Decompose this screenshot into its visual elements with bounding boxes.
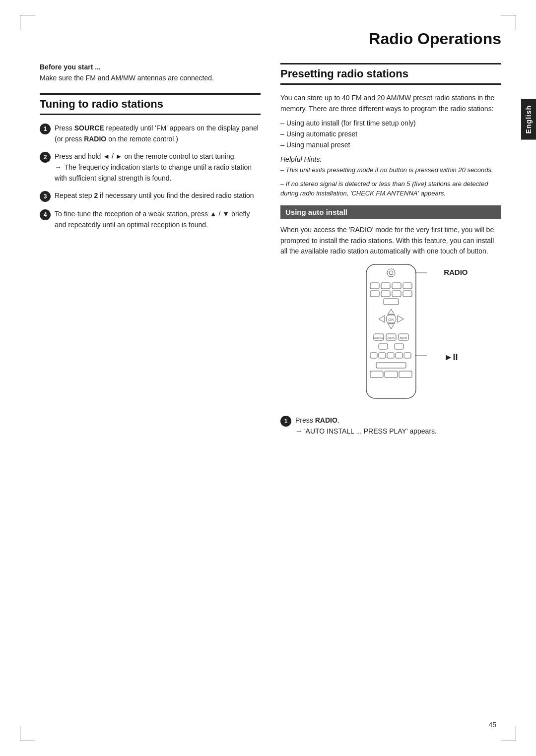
svg-rect-30 — [404, 353, 411, 358]
step-number-4: 4 — [40, 209, 51, 220]
presetting-method-1: Using auto install (for first time setup… — [280, 118, 501, 129]
svg-rect-11 — [384, 299, 399, 305]
svg-rect-24 — [379, 344, 388, 349]
corner-mark-bl — [20, 726, 35, 741]
presetting-intro: You can store up to 40 FM and 20 AM/MW p… — [280, 93, 501, 114]
helpful-hint-1: – This unit exits presetting mode if no … — [280, 165, 501, 175]
svg-rect-25 — [395, 344, 403, 349]
svg-text:AUDIO: AUDIO — [387, 336, 395, 339]
svg-rect-5 — [392, 283, 401, 289]
presetting-method-3: Using manual preset — [280, 140, 501, 151]
before-start-text: Make sure the FM and AM/MW antennas are … — [40, 73, 261, 83]
radio-callout-label: RADIO — [444, 268, 468, 276]
corner-mark-tl — [20, 15, 35, 30]
svg-rect-32 — [370, 371, 383, 378]
before-start-section: Before you start ... Make sure the FM an… — [40, 63, 261, 83]
tuning-section-title: Tuning to radio stations — [40, 98, 261, 111]
helpful-hints-section: Helpful Hints: – This unit exits presett… — [280, 155, 501, 198]
step-number-2: 2 — [40, 152, 51, 163]
svg-rect-31 — [376, 363, 406, 368]
svg-rect-26 — [370, 353, 377, 358]
helpful-hint-2: – If no stereo signal is detected or les… — [280, 179, 501, 198]
step-text-3: Repeat step 2 if necessary until you fin… — [55, 190, 261, 201]
step-number-1: 1 — [40, 124, 51, 134]
page-title: Radio Operations — [40, 30, 501, 48]
remote-control-image: OK SOURCE AUDIO MENU — [351, 262, 431, 406]
auto-install-intro: When you access the 'RADIO' mode for the… — [280, 225, 501, 257]
svg-rect-6 — [403, 283, 412, 289]
remote-illustration: OK SOURCE AUDIO MENU — [280, 262, 501, 407]
svg-rect-3 — [370, 283, 379, 289]
content-columns: Before you start ... Make sure the FM an… — [40, 63, 501, 437]
step-number-3: 3 — [40, 191, 51, 202]
presetting-section-header: Presetting radio stations — [280, 63, 501, 85]
svg-rect-4 — [381, 283, 390, 289]
step-text-2: Press and hold ◄ / ► on the remote contr… — [55, 151, 261, 184]
play-pause-callout-label: ►II — [444, 352, 458, 363]
tuning-step-3: 3 Repeat step 2 if necessary until you f… — [40, 190, 261, 202]
presetting-method-2: Using automatic preset — [280, 129, 501, 140]
svg-text:SOURCE: SOURCE — [373, 336, 384, 339]
svg-rect-7 — [370, 291, 379, 297]
tuning-step-2: 2 Press and hold ◄ / ► on the remote con… — [40, 151, 261, 184]
step-text-4: To fine-tune the reception of a weak sta… — [55, 209, 261, 230]
corner-mark-tr — [501, 15, 516, 30]
tuning-section-header: Tuning to radio stations — [40, 93, 261, 115]
tuning-steps-list: 1 Press SOURCE repeatedly until 'FM' app… — [40, 123, 261, 231]
svg-point-2 — [389, 271, 393, 275]
remote-svg: OK SOURCE AUDIO MENU — [351, 262, 431, 407]
svg-marker-14 — [379, 315, 385, 322]
press-radio-step-text: Press RADIO. → 'AUTO INSTALL ... PRESS P… — [295, 415, 437, 437]
left-column: Before you start ... Make sure the FM an… — [40, 63, 261, 437]
svg-rect-27 — [379, 353, 386, 358]
svg-point-1 — [387, 269, 395, 277]
page-number: 45 — [488, 721, 496, 729]
tuning-step-4: 4 To fine-tune the reception of a weak s… — [40, 209, 261, 230]
svg-rect-9 — [392, 291, 401, 297]
helpful-hints-title: Helpful Hints: — [280, 155, 501, 163]
svg-rect-34 — [399, 371, 412, 378]
presetting-section-title: Presetting radio stations — [280, 67, 501, 80]
svg-rect-29 — [396, 353, 402, 358]
before-start-title: Before you start ... — [40, 63, 261, 71]
svg-rect-10 — [403, 291, 412, 297]
svg-text:MENU: MENU — [400, 336, 407, 339]
press-radio-step-number: 1 — [280, 416, 291, 427]
auto-install-header: Using auto install — [280, 205, 501, 219]
page: English Radio Operations Before you star… — [0, 0, 536, 756]
svg-rect-0 — [366, 264, 416, 398]
corner-mark-br — [501, 726, 516, 741]
svg-marker-15 — [398, 315, 403, 322]
svg-rect-8 — [381, 291, 390, 297]
right-column: Presetting radio stations You can store … — [280, 63, 501, 437]
step-text-1: Press SOURCE repeatedly until 'FM' appea… — [55, 123, 261, 144]
tuning-step-1: 1 Press SOURCE repeatedly until 'FM' app… — [40, 123, 261, 144]
svg-rect-28 — [387, 353, 394, 358]
svg-rect-33 — [385, 371, 398, 378]
svg-text:OK: OK — [388, 317, 394, 322]
presetting-methods-list: Using auto install (for first time setup… — [280, 118, 501, 150]
language-tab: English — [521, 99, 536, 140]
press-radio-step: 1 Press RADIO. → 'AUTO INSTALL ... PRESS… — [280, 415, 501, 437]
